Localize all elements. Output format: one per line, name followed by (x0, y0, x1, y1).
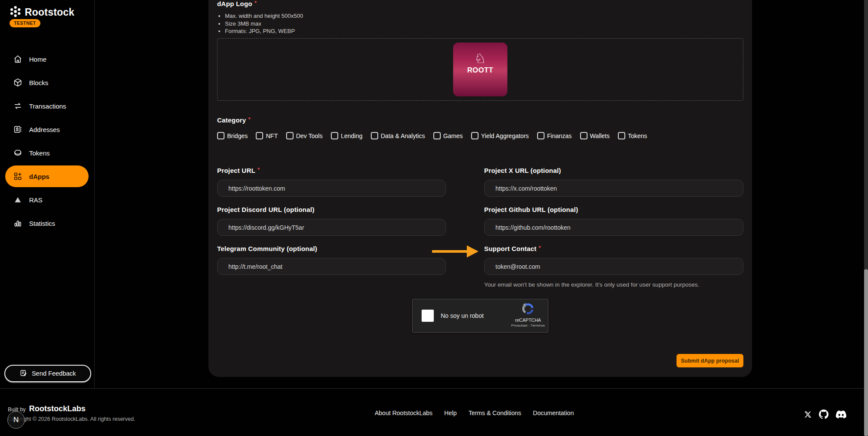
project-x-url-field: Project X URL (optional) (484, 167, 743, 197)
category-option-dev-tools[interactable]: Dev Tools (286, 132, 323, 139)
support-contact-field: Support Contact* Your email won't be sho… (484, 245, 743, 288)
support-contact-label: Support Contact* (484, 245, 743, 252)
footer-social (804, 410, 846, 421)
telegram-community-field: Telegram Community (optional) (217, 245, 446, 288)
footer-link-terms[interactable]: Terms & Conditions (469, 410, 521, 416)
checkbox[interactable] (471, 132, 479, 139)
sidebar: Rootstock TESTNET Home Blocks Transactio… (0, 0, 95, 388)
checkbox[interactable] (433, 132, 441, 139)
category-option-nft[interactable]: NFT (256, 132, 277, 139)
n-overlay-badge[interactable]: N (7, 411, 25, 429)
sidebar-item-statistics[interactable]: Statistics (0, 211, 94, 235)
sidebar-item-dapps[interactable]: dApps (5, 165, 89, 187)
feedback-note-icon (20, 369, 27, 378)
rootstock-logo-icon (10, 6, 21, 19)
discord-icon[interactable] (836, 410, 846, 420)
recaptcha-brand-name: reCAPTCHA (511, 317, 545, 323)
checkbox[interactable] (256, 132, 263, 139)
sidebar-item-addresses[interactable]: Addresses (0, 118, 94, 141)
brand-name: Rootstock (25, 7, 74, 18)
project-discord-url-field: Project Discord URL (optional) (217, 206, 446, 236)
logo-rule: Formats: JPG, PNG, WEBP (225, 27, 303, 35)
sidebar-item-label: Tokens (29, 149, 50, 157)
testnet-badge: TESTNET (10, 19, 40, 27)
footer-copyright: Copyright © 2026 RootstockLabs. All righ… (8, 416, 135, 422)
scrollbar-track[interactable] (864, 0, 868, 436)
logo-upload-dropzone[interactable]: ♘ ROOTT (217, 38, 743, 101)
footer-link-about[interactable]: About RootstockLabs (375, 410, 432, 416)
recaptcha-brand: reCAPTCHA Privacidad - Términos (511, 302, 545, 327)
category-options: Bridges NFT Dev Tools Lending Data & Ana… (217, 132, 647, 139)
checkbox[interactable] (618, 132, 625, 139)
dapps-grid-icon (13, 172, 23, 181)
contact-card-icon (13, 125, 23, 134)
sidebar-item-tokens[interactable]: Tokens (0, 141, 94, 165)
checkbox[interactable] (217, 132, 224, 139)
bar-chart-icon (13, 218, 23, 228)
logo-rules-list: Max. width and height 500x500 Size 3MB m… (225, 12, 303, 35)
checkbox[interactable] (580, 132, 587, 139)
footer-brand-block: Built byRootstockLabs Copyright © 2026 R… (8, 404, 135, 422)
sidebar-item-transactions[interactable]: Transactions (0, 94, 94, 118)
dapp-proposal-form-card: dApp Logo* Max. width and height 500x500… (208, 0, 752, 377)
required-asterisk: * (254, 0, 257, 6)
category-option-wallets[interactable]: Wallets (580, 132, 610, 139)
sidebar-nav: Home Blocks Transactions Addresses Token… (0, 47, 94, 235)
recaptcha-label: No soy un robot (441, 312, 484, 319)
sidebar-item-label: RAS (29, 196, 43, 204)
knight-icon: ♘ (474, 52, 486, 65)
category-option-data-analytics[interactable]: Data & Analytics (371, 132, 425, 139)
project-discord-url-input[interactable] (217, 219, 446, 236)
footer-link-help[interactable]: Help (444, 410, 457, 416)
project-github-url-field: Project Github URL (optional) (484, 206, 743, 236)
support-note: Your email won't be shown in the explore… (484, 281, 743, 288)
category-option-yield-aggregators[interactable]: Yield Aggregators (471, 132, 529, 139)
scrollbar-thumb[interactable] (864, 269, 868, 436)
sidebar-item-blocks[interactable]: Blocks (0, 71, 94, 94)
sidebar-item-label: Addresses (29, 126, 60, 133)
brand-logo[interactable]: Rootstock (10, 6, 74, 19)
required-asterisk: * (257, 166, 260, 173)
x-icon[interactable] (804, 411, 812, 420)
telegram-community-input[interactable] (217, 258, 446, 275)
category-option-lending[interactable]: Lending (331, 132, 363, 139)
send-feedback-button[interactable]: Send Feedback (4, 365, 91, 382)
checkbox[interactable] (331, 132, 338, 139)
category-option-finanzas[interactable]: Finanzas (537, 132, 572, 139)
home-icon (13, 54, 23, 64)
required-asterisk: * (539, 244, 541, 251)
github-icon[interactable] (819, 410, 828, 421)
checkbox[interactable] (286, 132, 294, 139)
project-url-field: Project URL* (217, 167, 446, 197)
footer-link-docs[interactable]: Documentation (533, 410, 574, 416)
footer-links: About RootstockLabs Help Terms & Conditi… (375, 410, 574, 416)
sidebar-item-home[interactable]: Home (0, 47, 94, 71)
logo-rule: Size 3MB max (225, 20, 303, 28)
footer: Built byRootstockLabs Copyright © 2026 R… (0, 388, 868, 436)
project-url-label: Project URL* (217, 167, 446, 174)
submit-dapp-proposal-button[interactable]: Submit dApp proposal (677, 354, 743, 367)
sidebar-item-ras[interactable]: RAS (0, 188, 94, 211)
recaptcha-links[interactable]: Privacidad - Términos (511, 324, 545, 327)
sidebar-item-label: Blocks (29, 79, 48, 86)
project-x-url-label: Project X URL (optional) (484, 167, 743, 174)
swap-arrows-icon (13, 101, 23, 111)
cube-icon (13, 78, 23, 87)
checkbox[interactable] (371, 132, 378, 139)
category-option-tokens[interactable]: Tokens (618, 132, 647, 139)
category-option-games[interactable]: Games (433, 132, 463, 139)
project-github-url-input[interactable] (484, 219, 743, 236)
logo-preview-text: ROOTT (467, 66, 493, 74)
logo-rule: Max. width and height 500x500 (225, 12, 303, 20)
checkbox[interactable] (537, 132, 545, 139)
project-github-url-label: Project Github URL (optional) (484, 206, 743, 213)
project-url-input[interactable] (217, 180, 446, 197)
support-contact-input[interactable] (484, 258, 743, 275)
recaptcha-logo-icon (521, 302, 535, 315)
recaptcha-widget: No soy un robot reCAPTCHA Privacidad - T… (412, 299, 548, 333)
category-option-bridges[interactable]: Bridges (217, 132, 248, 139)
annotation-arrow (432, 245, 479, 258)
recaptcha-checkbox[interactable] (422, 310, 434, 322)
footer-company: RootstockLabs (29, 404, 86, 413)
project-x-url-input[interactable] (484, 180, 743, 197)
